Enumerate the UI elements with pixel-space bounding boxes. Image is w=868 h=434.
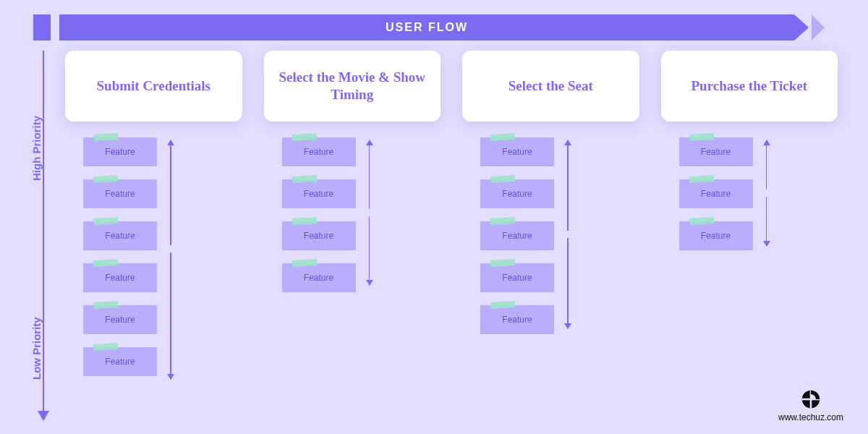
priority-arrows <box>366 137 373 285</box>
features-list: FeatureFeatureFeatureFeature <box>282 137 356 292</box>
arrow-up-icon <box>366 140 373 209</box>
flow-banner-bar: USER FLOW <box>59 14 794 41</box>
column-purchase-ticket: Purchase the TicketFeatureFeatureFeature <box>661 51 838 379</box>
feature-card: Feature <box>83 221 157 250</box>
step-card: Purchase the Ticket <box>661 51 838 122</box>
arrow-up-icon <box>763 140 770 190</box>
step-card: Select the Seat <box>462 51 639 122</box>
feature-card: Feature <box>83 347 157 376</box>
flow-banner-lead-block <box>33 14 51 41</box>
brand-logo-icon <box>801 389 821 409</box>
brand-block: www.techuz.com <box>778 389 843 422</box>
flow-banner-title: USER FLOW <box>386 21 468 34</box>
arrow-down-icon <box>366 216 373 285</box>
feature-card: Feature <box>679 221 753 250</box>
features-wrap: FeatureFeatureFeatureFeature <box>264 137 441 292</box>
feature-card: Feature <box>480 137 554 166</box>
features-list: FeatureFeatureFeatureFeatureFeatureFeatu… <box>83 137 157 376</box>
feature-card: Feature <box>480 305 554 334</box>
axis-label-high: High Priority <box>30 116 43 181</box>
columns-container: Submit CredentialsFeatureFeatureFeatureF… <box>65 51 838 379</box>
features-list: FeatureFeatureFeature <box>679 137 753 250</box>
feature-card: Feature <box>480 221 554 250</box>
feature-card: Feature <box>679 137 753 166</box>
arrow-up-icon <box>564 140 571 231</box>
step-card: Submit Credentials <box>65 51 242 122</box>
column-submit-credentials: Submit CredentialsFeatureFeatureFeatureF… <box>65 51 242 379</box>
chevron-right-icon <box>794 14 809 41</box>
priority-arrows <box>167 137 174 379</box>
feature-card: Feature <box>83 179 157 208</box>
features-wrap: FeatureFeatureFeatureFeatureFeatureFeatu… <box>65 137 242 379</box>
feature-card: Feature <box>282 221 356 250</box>
feature-card: Feature <box>282 137 356 166</box>
column-select-movie: Select the Movie & Show TimingFeatureFea… <box>264 51 441 379</box>
feature-card: Feature <box>282 179 356 208</box>
arrow-down-icon <box>167 252 174 379</box>
feature-card: Feature <box>480 263 554 292</box>
arrow-down-icon <box>564 238 571 328</box>
arrow-down-icon <box>763 197 770 246</box>
axis-label-low: Low Priority <box>30 317 43 380</box>
features-list: FeatureFeatureFeatureFeatureFeature <box>480 137 554 334</box>
feature-card: Feature <box>679 179 753 208</box>
arrow-down-icon <box>38 411 49 421</box>
flow-banner: USER FLOW <box>59 14 825 41</box>
column-select-seat: Select the SeatFeatureFeatureFeatureFeat… <box>462 51 639 379</box>
feature-card: Feature <box>480 179 554 208</box>
axis-line <box>43 51 44 412</box>
chevron-right-icon <box>812 14 825 41</box>
arrow-up-icon <box>167 140 174 245</box>
priority-arrows <box>763 137 770 246</box>
feature-card: Feature <box>83 305 157 334</box>
priority-axis: High Priority Low Priority <box>36 51 51 427</box>
features-wrap: FeatureFeatureFeature <box>661 137 838 250</box>
feature-card: Feature <box>83 263 157 292</box>
feature-card: Feature <box>83 137 157 166</box>
priority-arrows <box>564 137 571 328</box>
step-card: Select the Movie & Show Timing <box>264 51 441 122</box>
features-wrap: FeatureFeatureFeatureFeatureFeature <box>462 137 639 334</box>
brand-url: www.techuz.com <box>778 412 843 422</box>
feature-card: Feature <box>282 263 356 292</box>
